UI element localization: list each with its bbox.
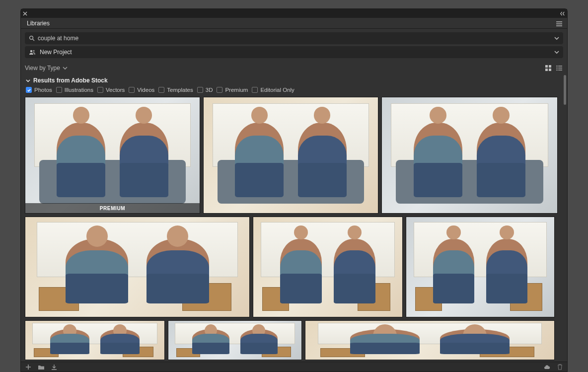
filter-label: Photos [34,87,52,93]
search-icon [29,35,35,41]
checkbox-icon [97,87,103,93]
grid-view-button[interactable] [544,64,552,72]
library-selector[interactable]: New Project [25,46,563,58]
svg-rect-5 [545,69,548,71]
cloud-status-icon[interactable] [543,364,550,371]
stock-thumbnail[interactable] [203,97,378,214]
svg-rect-11 [556,70,558,71]
panel-titlebar [21,9,567,18]
svg-rect-6 [549,69,551,71]
checkbox-icon [26,87,32,93]
checkbox-icon [158,87,164,93]
panel-footer [21,362,567,372]
filter-label: Videos [137,87,154,93]
tab-libraries[interactable]: Libraries [21,18,56,28]
results-area: Results from Adobe Stock PhotosIllustrat… [21,75,567,362]
collapse-panel-button[interactable] [560,11,565,16]
results-filters: PhotosIllustrationsVectorsVideosTemplate… [21,85,567,97]
panel-tabbar: Libraries [21,18,567,29]
filter-label: 3D [206,87,213,93]
stock-thumbnail[interactable]: PREMIUM [25,97,200,214]
library-name: New Project [40,49,554,56]
filter-editorial-only[interactable]: Editorial Only [252,87,294,93]
stock-thumbnail[interactable] [381,97,558,214]
checkbox-icon [197,87,203,93]
search-scope-chevron-icon[interactable] [554,36,559,41]
stock-thumbnail[interactable] [253,217,403,317]
view-mode-dropdown[interactable]: View by Type [25,65,68,72]
filter-label: Vectors [106,87,125,93]
filter-vectors[interactable]: Vectors [97,87,125,93]
svg-rect-3 [545,65,548,68]
stock-thumbnail[interactable] [305,320,555,360]
svg-rect-9 [556,68,558,69]
delete-button[interactable] [556,364,563,371]
thumbnail-scene [25,217,249,317]
checkbox-icon [217,87,222,93]
svg-rect-12 [558,70,562,71]
results-section-title: Results from Adobe Stock [33,77,108,84]
filter-label: Templates [167,87,193,93]
results-row [25,320,563,360]
libraries-panel: Libraries New Project [20,8,568,372]
results-grid: PREMIUM [21,97,567,360]
chevron-down-icon [63,66,68,71]
stock-thumbnail[interactable] [25,320,165,360]
panel-flyout-menu-button[interactable] [556,21,564,28]
svg-point-2 [33,50,34,52]
stock-thumbnail[interactable] [406,217,555,317]
close-panel-button[interactable] [23,11,27,16]
add-content-button[interactable] [25,364,32,371]
results-row [25,217,563,317]
search-input[interactable] [38,35,554,42]
thumbnail-scene [204,97,378,213]
filter-label: Editorial Only [260,87,294,93]
libraries-sync-download-button[interactable] [51,364,58,371]
filter-premium[interactable]: Premium [217,87,248,93]
stock-thumbnail[interactable] [25,217,250,317]
search-box[interactable] [25,32,563,44]
tab-libraries-label: Libraries [27,20,50,27]
checkbox-icon [252,87,258,93]
filter-videos[interactable]: Videos [129,87,154,93]
view-mode-label: View by Type [25,65,60,72]
list-view-button[interactable] [555,64,563,72]
thumbnail-scene [305,321,554,360]
scroll-thumb[interactable] [564,75,566,105]
stock-thumbnail[interactable] [168,320,302,360]
svg-rect-10 [558,68,562,69]
disclosure-triangle-icon [26,78,30,83]
svg-rect-8 [558,66,562,67]
premium-badge: PREMIUM [25,203,200,213]
svg-rect-4 [549,65,551,68]
thumbnail-scene [168,321,301,360]
library-chevron-icon[interactable] [554,50,559,55]
scroll-track[interactable] [562,75,566,362]
thumbnail-scene [253,217,402,317]
folder-button[interactable] [38,364,45,371]
thumbnail-scene [406,217,554,317]
search-row [21,29,567,46]
filter-3d[interactable]: 3D [197,87,213,93]
svg-point-1 [30,50,32,52]
filter-photos[interactable]: Photos [26,87,52,93]
library-row: New Project [21,46,567,61]
checkbox-icon [129,87,135,93]
view-layout-switcher [544,64,563,72]
results-section-header[interactable]: Results from Adobe Stock [21,75,567,85]
filter-illustrations[interactable]: Illustrations [56,87,93,93]
svg-rect-7 [556,66,558,67]
results-row: PREMIUM [25,97,563,214]
filter-label: Illustrations [65,87,93,93]
people-icon [29,49,36,55]
filter-templates[interactable]: Templates [158,87,193,93]
view-row: View by Type [21,61,567,75]
thumbnail-scene [382,97,557,213]
checkbox-icon [56,87,62,93]
thumbnail-scene [25,97,200,213]
svg-point-0 [30,36,33,40]
thumbnail-scene [25,321,164,360]
filter-label: Premium [225,87,248,93]
